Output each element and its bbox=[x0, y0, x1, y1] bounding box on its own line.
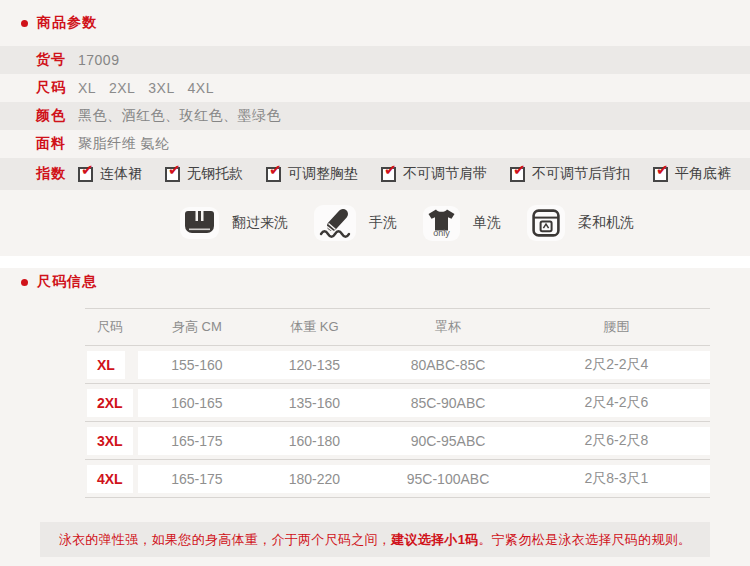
feature-item: ✔ 无钢托款 bbox=[165, 165, 243, 183]
size-value-waist: 2尺4-2尺6 bbox=[523, 394, 710, 412]
size-value-cup: 85C-90ABC bbox=[373, 395, 523, 411]
checked-checkbox-icon[interactable]: ✔ bbox=[78, 167, 93, 182]
size-label: 4XL bbox=[87, 465, 133, 493]
wash-care-label: 手洗 bbox=[369, 214, 397, 232]
column-header-waist: 腰围 bbox=[523, 318, 710, 336]
note-text-before: 泳衣的弹性强，如果您的身高体重，介于两个尺码之间， bbox=[59, 531, 392, 549]
param-value: 17009 bbox=[78, 52, 119, 68]
wash-care-item: 柔和机洗 bbox=[527, 205, 634, 241]
feature-list: ✔ 连体裙 ✔ 无钢托款 ✔ 可调整胸垫 ✔ 不可调节肩带 ✔ 不可调节后背扣 … bbox=[78, 165, 731, 183]
size-value-waist: 2尺8-3尺1 bbox=[523, 470, 710, 488]
hand-wash-icon bbox=[314, 205, 356, 241]
feature-label: 可调整胸垫 bbox=[288, 165, 358, 183]
param-value: XL 2XL 3XL 4XL bbox=[78, 80, 214, 96]
section-header-size-info: 尺码信息 bbox=[0, 268, 750, 296]
param-row-colors: 颜色 黑色、酒红色、玫红色、墨绿色 bbox=[0, 102, 750, 130]
wash-care-item: only 单洗 bbox=[423, 206, 501, 241]
param-label: 面料 bbox=[0, 135, 66, 153]
machine-wash-gentle-icon bbox=[527, 205, 565, 241]
feature-item: ✔ 平角底裤 bbox=[653, 165, 731, 183]
column-header-weight: 体重 KG bbox=[256, 318, 373, 336]
table-row: 2XL 160-165 135-160 85C-90ABC 2尺4-2尺6 bbox=[85, 384, 710, 422]
column-header-cup: 罩杯 bbox=[373, 318, 523, 336]
checked-checkbox-icon[interactable]: ✔ bbox=[510, 167, 525, 182]
wash-care-label: 翻过来洗 bbox=[232, 214, 288, 232]
section-header-product-params: 商品参数 bbox=[0, 0, 750, 46]
param-label: 货号 bbox=[0, 51, 66, 69]
size-value-height: 165-175 bbox=[138, 471, 256, 487]
table-row: 3XL 165-175 160-180 90C-95ABC 2尺6-2尺8 bbox=[85, 422, 710, 460]
bullet-icon bbox=[21, 279, 28, 286]
param-row-item-number: 货号 17009 bbox=[0, 46, 750, 74]
feature-label: 不可调节后背扣 bbox=[532, 165, 630, 183]
feature-label: 不可调节肩带 bbox=[403, 165, 487, 183]
size-label: XL bbox=[87, 351, 125, 379]
checked-checkbox-icon[interactable]: ✔ bbox=[653, 167, 668, 182]
only-text: only bbox=[433, 229, 450, 238]
param-row-features: 指数 ✔ 连体裙 ✔ 无钢托款 ✔ 可调整胸垫 ✔ 不可调节肩带 ✔ 不可调节后… bbox=[0, 158, 750, 190]
bullet-icon bbox=[21, 20, 28, 27]
feature-label: 平角底裤 bbox=[675, 165, 731, 183]
size-value-waist: 2尺2-2尺4 bbox=[523, 356, 710, 374]
size-value-cup: 95C-100ABC bbox=[373, 471, 523, 487]
note-text-after: 。宁紧勿松是泳衣选择尺码的规则。 bbox=[479, 531, 692, 549]
param-row-sizes: 尺码 XL 2XL 3XL 4XL bbox=[0, 74, 750, 102]
wash-care-item: 手洗 bbox=[314, 205, 397, 241]
feature-item: ✔ 不可调节肩带 bbox=[381, 165, 487, 183]
feature-label: 连体裙 bbox=[100, 165, 142, 183]
param-value: 黑色、酒红色、玫红色、墨绿色 bbox=[78, 107, 281, 125]
wash-inside-out-icon bbox=[180, 207, 219, 239]
section-title: 商品参数 bbox=[37, 14, 97, 32]
size-value-cup: 90C-95ABC bbox=[373, 433, 523, 449]
checked-checkbox-icon[interactable]: ✔ bbox=[266, 167, 281, 182]
size-table-header: 尺码 身高 CM 体重 KG 罩杯 腰围 bbox=[85, 308, 710, 346]
param-label: 尺码 bbox=[0, 79, 66, 97]
size-value-weight: 120-135 bbox=[256, 357, 373, 373]
checked-checkbox-icon[interactable]: ✔ bbox=[165, 167, 180, 182]
size-value-height: 165-175 bbox=[138, 433, 256, 449]
size-value-weight: 180-220 bbox=[256, 471, 373, 487]
column-header-height: 身高 CM bbox=[138, 318, 256, 336]
param-label: 指数 bbox=[0, 165, 66, 183]
size-value-waist: 2尺6-2尺8 bbox=[523, 432, 710, 450]
wash-separately-icon: only bbox=[423, 206, 460, 241]
feature-label: 无钢托款 bbox=[187, 165, 243, 183]
wash-care-label: 单洗 bbox=[473, 214, 501, 232]
section-title: 尺码信息 bbox=[37, 273, 97, 291]
note-text-bold: 建议选择小1码 bbox=[391, 531, 478, 549]
size-value-weight: 160-180 bbox=[256, 433, 373, 449]
size-table: 尺码 身高 CM 体重 KG 罩杯 腰围 XL 155-160 120-135 … bbox=[85, 308, 710, 498]
param-label: 颜色 bbox=[0, 107, 66, 125]
feature-item: ✔ 不可调节后背扣 bbox=[510, 165, 630, 183]
size-label: 3XL bbox=[87, 427, 133, 455]
table-row: XL 155-160 120-135 80ABC-85C 2尺2-2尺4 bbox=[85, 346, 710, 384]
section-divider bbox=[0, 256, 750, 268]
size-value-height: 160-165 bbox=[138, 395, 256, 411]
size-value-height: 155-160 bbox=[138, 357, 256, 373]
checked-checkbox-icon[interactable]: ✔ bbox=[381, 167, 396, 182]
feature-item: ✔ 可调整胸垫 bbox=[266, 165, 358, 183]
wash-care-label: 柔和机洗 bbox=[578, 214, 634, 232]
size-value-cup: 80ABC-85C bbox=[373, 357, 523, 373]
size-label: 2XL bbox=[87, 389, 133, 417]
size-value-weight: 135-160 bbox=[256, 395, 373, 411]
product-spec-page: 商品参数 货号 17009 尺码 XL 2XL 3XL 4XL 颜色 黑色、酒红… bbox=[0, 0, 750, 566]
wash-care-item: 翻过来洗 bbox=[180, 207, 288, 239]
size-advice-note: 泳衣的弹性强，如果您的身高体重，介于两个尺码之间，建议选择小1码。宁紧勿松是泳衣… bbox=[40, 522, 710, 557]
column-header-size: 尺码 bbox=[85, 318, 138, 336]
feature-item: ✔ 连体裙 bbox=[78, 165, 142, 183]
table-row: 4XL 165-175 180-220 95C-100ABC 2尺8-3尺1 bbox=[85, 460, 710, 498]
param-value: 聚脂纤维 氨纶 bbox=[78, 135, 169, 153]
wash-care-row: 翻过来洗 手洗 only 单洗 bbox=[0, 190, 750, 256]
param-row-fabric: 面料 聚脂纤维 氨纶 bbox=[0, 130, 750, 158]
